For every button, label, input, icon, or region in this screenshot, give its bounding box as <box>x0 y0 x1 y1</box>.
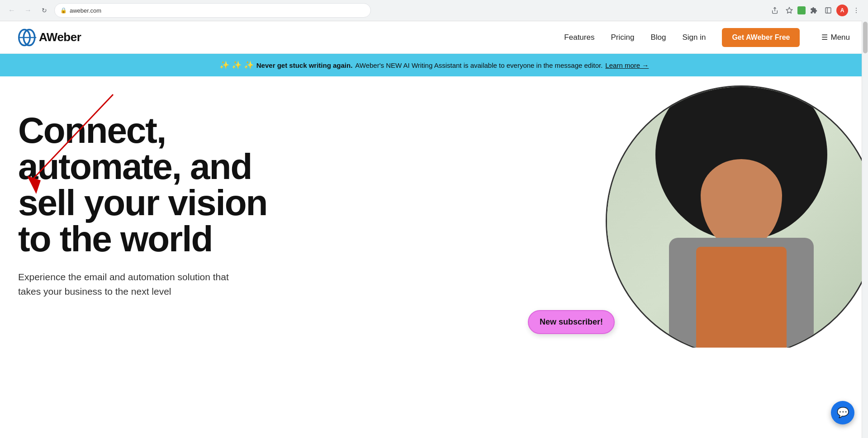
logo-swoosh-icon <box>18 28 37 47</box>
nav-blog[interactable]: Blog <box>650 33 666 42</box>
hero-right: New subscriber! <box>299 104 868 330</box>
svg-point-2 <box>856 8 857 9</box>
announcement-learn-more-link[interactable]: Learn more → <box>605 61 649 69</box>
extensions-icon[interactable] <box>807 4 820 17</box>
bookmark-icon[interactable] <box>783 4 796 17</box>
hero-subtitle: Experience the email and automation solu… <box>18 270 253 298</box>
body-apron <box>696 247 787 348</box>
announcement-banner: ✨ ✨ ✨ Never get stuck writing again. AWe… <box>0 54 868 76</box>
announcement-body: AWeber's NEW AI Writing Assistant is ava… <box>355 61 602 69</box>
browser-toolbar: ← → ↻ 🔒 aweber.com A <box>0 0 868 21</box>
browser-right-icons: A <box>768 4 863 17</box>
svg-marker-0 <box>786 7 792 13</box>
svg-point-3 <box>856 10 857 11</box>
logo-text: AWeber <box>39 30 81 44</box>
subscriber-badge: New subscriber! <box>528 310 615 334</box>
announcement-bold-text: Never get stuck writing again. <box>256 61 353 69</box>
subscriber-badge-text: New subscriber! <box>540 317 603 326</box>
url-text: aweber.com <box>70 7 101 14</box>
profile-avatar[interactable]: A <box>836 5 848 16</box>
svg-rect-1 <box>825 8 831 13</box>
hero-circle <box>606 85 868 348</box>
site-nav: AWeber Features Pricing Blog Sign in Get… <box>0 21 868 54</box>
hero-title: Connect, automate, and sell your vision … <box>18 113 299 257</box>
forward-button[interactable]: → <box>22 4 34 17</box>
browser-chrome: ← → ↻ 🔒 aweber.com A <box>0 0 868 21</box>
hero-image-container: New subscriber! <box>560 85 868 348</box>
nav-features[interactable]: Features <box>564 33 594 42</box>
person-face <box>701 159 782 250</box>
menu-label: Menu <box>830 33 850 42</box>
hamburger-icon: ☰ <box>821 33 828 42</box>
get-aweber-free-button[interactable]: Get AWeber Free <box>722 28 800 47</box>
nav-signin[interactable]: Sign in <box>682 33 706 42</box>
address-bar[interactable]: 🔒 aweber.com <box>54 3 371 18</box>
chrome-menu-icon[interactable] <box>850 4 863 17</box>
back-button[interactable]: ← <box>5 4 18 17</box>
website: AWeber Features Pricing Blog Sign in Get… <box>0 21 868 348</box>
lock-icon: 🔒 <box>60 7 67 14</box>
scrollbar-thumb[interactable] <box>863 22 868 53</box>
sidebar-toggle-icon[interactable] <box>822 4 835 17</box>
announcement-stars-icon: ✨ ✨ ✨ <box>219 60 254 70</box>
extension-green-icon <box>797 6 806 14</box>
nav-menu[interactable]: ☰ Menu <box>821 33 850 42</box>
page-scrollbar[interactable] <box>862 21 868 348</box>
svg-point-4 <box>856 12 857 13</box>
person-figure <box>607 87 868 348</box>
hero-left: Connect, automate, and sell your vision … <box>18 104 299 316</box>
nav-links: Features Pricing Blog Sign in Get AWeber… <box>564 28 850 47</box>
reload-button[interactable]: ↻ <box>38 4 51 17</box>
hero-section: Connect, automate, and sell your vision … <box>0 76 868 348</box>
share-icon[interactable] <box>768 4 781 17</box>
nav-pricing[interactable]: Pricing <box>611 33 634 42</box>
site-logo[interactable]: AWeber <box>18 28 81 47</box>
